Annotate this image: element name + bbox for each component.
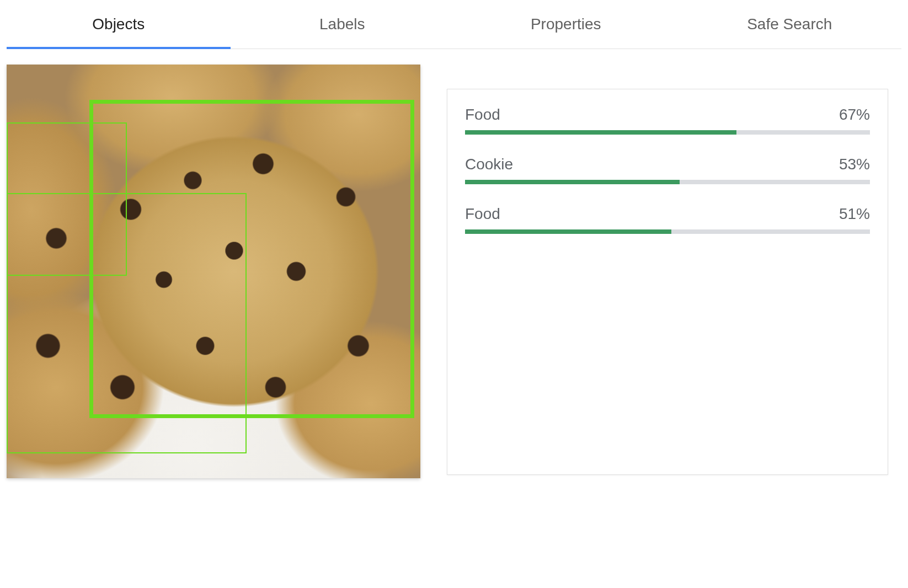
confidence-bar-bg	[465, 229, 870, 234]
confidence-bar-fill	[465, 229, 671, 234]
content-area: Food 67% Cookie 53% Food 51%	[0, 49, 908, 478]
tab-objects[interactable]: Objects	[7, 0, 231, 49]
detection-confidence: 51%	[839, 205, 870, 223]
tab-properties[interactable]: Properties	[454, 0, 678, 49]
confidence-bar-fill	[465, 180, 680, 184]
tab-label: Safe Search	[747, 15, 832, 33]
detection-header: Food 67%	[465, 106, 870, 124]
detection-confidence: 53%	[839, 156, 870, 173]
detections-panel: Food 67% Cookie 53% Food 51%	[447, 89, 888, 475]
tab-label: Objects	[92, 15, 145, 33]
tab-labels[interactable]: Labels	[231, 0, 455, 49]
confidence-bar-fill	[465, 130, 736, 135]
detection-header: Food 51%	[465, 205, 870, 223]
confidence-bar-bg	[465, 180, 870, 184]
tabs-bar: Objects Labels Properties Safe Search	[7, 0, 901, 49]
detection-confidence: 67%	[839, 106, 870, 124]
detection-row[interactable]: Food 51%	[465, 205, 870, 234]
detection-row[interactable]: Cookie 53%	[465, 156, 870, 184]
tab-safe-search[interactable]: Safe Search	[678, 0, 902, 49]
detection-row[interactable]: Food 67%	[465, 106, 870, 135]
image-preview[interactable]	[7, 65, 420, 478]
detection-label: Food	[465, 106, 500, 124]
bounding-box[interactable]	[7, 193, 247, 454]
detection-label: Cookie	[465, 156, 513, 173]
confidence-bar-bg	[465, 130, 870, 135]
detection-header: Cookie 53%	[465, 156, 870, 173]
tab-label: Labels	[319, 15, 365, 33]
detection-label: Food	[465, 205, 500, 223]
tab-label: Properties	[531, 15, 601, 33]
